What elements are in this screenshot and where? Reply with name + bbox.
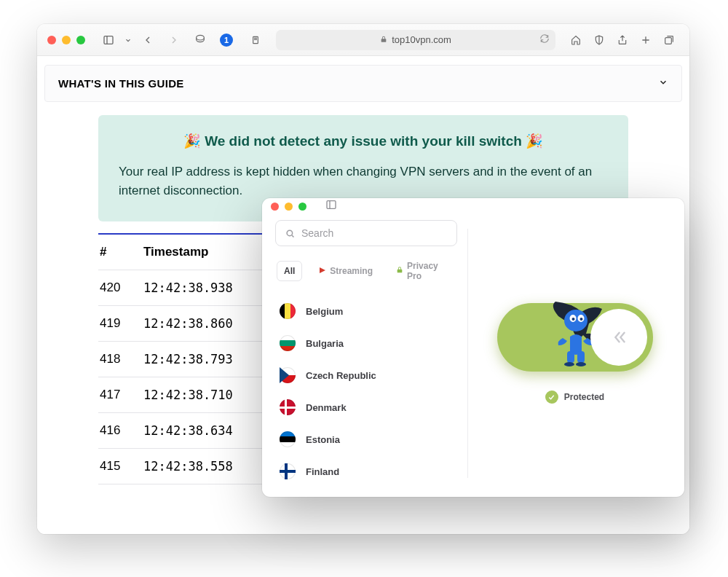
- country-item[interactable]: Bulgaria: [275, 328, 457, 358]
- country-item[interactable]: Estonia: [275, 424, 457, 455]
- cell-num: 420: [98, 270, 142, 305]
- country-name: Czech Republic: [306, 370, 376, 381]
- vpn-search-input[interactable]: Search: [275, 220, 457, 246]
- cell-num: 415: [98, 448, 142, 484]
- onepassword-extension-icon[interactable]: 1: [216, 30, 237, 50]
- country-item[interactable]: Belgium: [275, 296, 457, 326]
- vpn-app-window: Search All Streaming Privacy Pro: [262, 198, 684, 497]
- flag-icon: [280, 335, 296, 351]
- country-item[interactable]: Czech Republic: [275, 360, 457, 390]
- col-header-num: #: [98, 235, 142, 270]
- svg-rect-0: [104, 36, 113, 44]
- website-settings-icon[interactable]: [245, 30, 266, 50]
- svg-point-8: [571, 318, 574, 321]
- address-bar[interactable]: top10vpn.com: [276, 30, 555, 50]
- vpn-left-panel: Search All Streaming Privacy Pro: [275, 220, 457, 487]
- vpn-status-label: Protected: [564, 392, 604, 402]
- tab-streaming[interactable]: Streaming: [312, 262, 379, 280]
- vpn-status: Protected: [545, 390, 604, 404]
- svg-rect-3: [327, 201, 336, 209]
- vpn-sidebar-toggle-icon[interactable]: [325, 199, 337, 213]
- cell-num: 417: [98, 377, 142, 412]
- url-text: top10vpn.com: [392, 34, 451, 45]
- vpn-divider: [467, 229, 468, 478]
- svg-point-12: [564, 362, 574, 366]
- flag-icon: [280, 399, 296, 415]
- svg-rect-2: [665, 37, 672, 44]
- vpn-fullscreen-button[interactable]: [298, 203, 306, 211]
- home-button[interactable]: [566, 30, 586, 50]
- fullscreen-window-button[interactable]: [76, 36, 85, 44]
- sidebar-toggle-button[interactable]: [98, 30, 119, 50]
- tab-group-dropdown-icon[interactable]: [124, 30, 132, 50]
- flag-icon: [280, 367, 296, 383]
- lock-icon: [380, 35, 387, 45]
- chevron-down-icon: [658, 77, 668, 90]
- privacy-report-icon[interactable]: [190, 30, 210, 50]
- tab-privacy-pro[interactable]: Privacy Pro: [389, 256, 456, 286]
- tab-all[interactable]: All: [277, 261, 302, 281]
- vpn-right-panel: Protected: [478, 220, 671, 487]
- search-placeholder: Search: [301, 227, 333, 239]
- minimize-window-button[interactable]: [62, 36, 71, 44]
- vpn-titlebar: [262, 198, 684, 214]
- vpn-tabs: All Streaming Privacy Pro: [277, 256, 456, 286]
- flag-icon: [280, 463, 296, 479]
- country-name: Belgium: [306, 306, 343, 317]
- toolbar-right: [566, 30, 679, 50]
- guide-accordion[interactable]: WHAT'S IN THIS GUIDE: [44, 65, 682, 102]
- tab-overview-button[interactable]: [659, 30, 679, 50]
- cell-num: 418: [98, 341, 142, 377]
- toggle-knob: [590, 309, 647, 366]
- country-name: Denmark: [306, 402, 347, 413]
- cell-num: 419: [98, 305, 142, 341]
- vpn-minimize-button[interactable]: [285, 203, 293, 211]
- vpn-close-button[interactable]: [271, 203, 279, 211]
- share-button[interactable]: [612, 30, 633, 50]
- check-icon: [545, 390, 558, 404]
- vpn-connection-toggle[interactable]: [497, 303, 653, 372]
- country-name: Bulgaria: [306, 338, 344, 349]
- shield-icon[interactable]: [589, 30, 609, 50]
- country-item[interactable]: Finland: [275, 456, 457, 487]
- svg-rect-10: [567, 351, 574, 363]
- safari-toolbar: 1 top10vpn.com: [37, 24, 689, 56]
- svg-point-5: [564, 310, 587, 331]
- lock-icon: [396, 266, 403, 276]
- country-name: Estonia: [306, 434, 340, 445]
- banner-title: 🎉 We did not detect any issue with your …: [119, 133, 608, 149]
- banner-subtitle: Your real IP address is kept hidden when…: [119, 162, 608, 201]
- forward-button[interactable]: [164, 30, 184, 50]
- close-window-button[interactable]: [47, 36, 56, 44]
- new-tab-button[interactable]: [636, 30, 656, 50]
- svg-rect-11: [577, 351, 585, 363]
- cell-num: 416: [98, 412, 142, 448]
- country-item[interactable]: Denmark: [275, 392, 457, 423]
- svg-point-4: [287, 230, 293, 236]
- country-name: Finland: [306, 466, 339, 477]
- flag-icon: [280, 431, 296, 447]
- reload-icon[interactable]: [539, 34, 550, 46]
- svg-point-13: [576, 362, 586, 366]
- window-controls: [47, 36, 85, 44]
- vpn-country-list: BelgiumBulgariaCzech RepublicDenmarkEsto…: [275, 296, 457, 487]
- accordion-label: WHAT'S IN THIS GUIDE: [58, 77, 184, 90]
- back-button[interactable]: [138, 30, 158, 50]
- flag-icon: [280, 303, 296, 319]
- svg-point-9: [579, 318, 582, 321]
- play-icon: [319, 266, 326, 276]
